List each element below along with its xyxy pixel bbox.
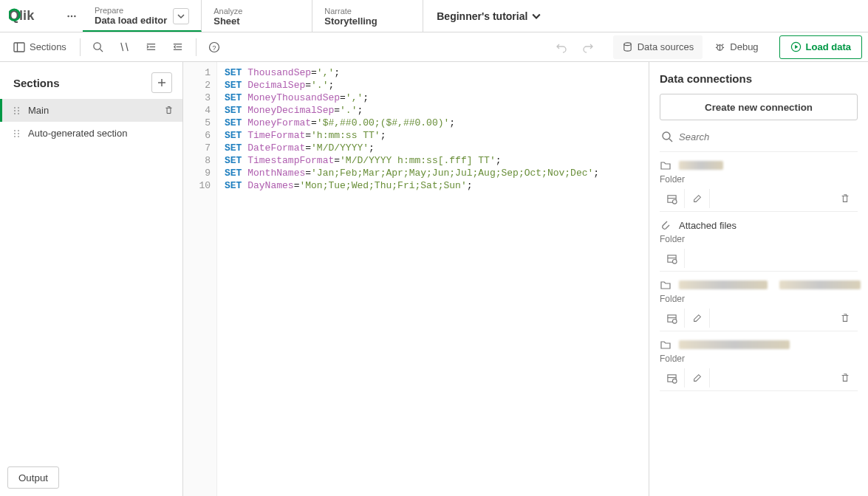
- nav-tab-narrate[interactable]: Narrate Storytelling: [312, 0, 423, 32]
- svg-point-48: [672, 259, 677, 264]
- edit-connection-button[interactable]: [685, 368, 710, 388]
- nav-tab-top: Narrate: [324, 7, 377, 16]
- delete-connection-button[interactable]: [833, 309, 858, 328]
- select-data-button[interactable]: [660, 189, 685, 208]
- data-sources-button[interactable]: Data sources: [613, 35, 703, 59]
- outdent-button[interactable]: [166, 37, 190, 58]
- connection-search-input[interactable]: [679, 131, 856, 142]
- sections-panel: Sections Main Auto-generated section Out…: [0, 62, 183, 496]
- svg-point-33: [18, 110, 19, 111]
- sections-panel-toggle[interactable]: Sections: [6, 37, 74, 58]
- svg-point-40: [18, 136, 19, 137]
- add-section-button[interactable]: [151, 72, 172, 93]
- connection-title-redacted: [679, 280, 768, 289]
- folder-icon: [660, 279, 671, 291]
- comment-button[interactable]: [113, 37, 137, 58]
- create-connection-button[interactable]: Create new connection: [660, 94, 858, 120]
- undo-icon: [556, 41, 567, 53]
- indent-button[interactable]: [140, 37, 163, 58]
- svg-point-31: [14, 113, 16, 114]
- connections-panel: Data connections Create new connection F…: [649, 62, 868, 496]
- svg-point-29: [14, 107, 16, 108]
- load-data-button[interactable]: Load data: [779, 35, 862, 59]
- section-item-auto[interactable]: Auto-generated section: [0, 122, 182, 145]
- nav-tab-bot: Sheet: [213, 16, 242, 27]
- folder-icon: [660, 339, 671, 351]
- nav-tab-analyze[interactable]: Analyze Sheet: [202, 0, 312, 32]
- select-data-button[interactable]: [660, 249, 685, 268]
- svg-line-25: [722, 44, 724, 46]
- more-menu-icon[interactable]: [61, 0, 83, 32]
- svg-point-37: [14, 136, 16, 137]
- data-sources-label: Data sources: [638, 41, 694, 52]
- svg-text:?: ?: [212, 44, 216, 52]
- svg-point-39: [18, 133, 19, 134]
- svg-rect-5: [14, 43, 24, 52]
- bug-icon: [714, 41, 725, 52]
- comment-icon: [119, 41, 130, 52]
- svg-point-19: [624, 43, 631, 46]
- undo-button[interactable]: [550, 37, 573, 58]
- svg-line-10: [126, 43, 129, 51]
- debug-button[interactable]: Debug: [705, 35, 767, 59]
- play-icon: [790, 41, 802, 52]
- connection-subtype: Folder: [660, 294, 858, 304]
- debug-label: Debug: [730, 41, 758, 52]
- chevron-down-icon[interactable]: [173, 8, 189, 24]
- svg-point-41: [663, 132, 670, 140]
- connection-title: Attached files: [679, 220, 737, 231]
- divider: [196, 38, 197, 56]
- connection-title-redacted: [679, 161, 723, 170]
- redo-icon: [582, 41, 594, 53]
- edit-connection-button[interactable]: [685, 189, 710, 208]
- svg-point-7: [94, 43, 100, 49]
- delete-section-button[interactable]: [164, 106, 174, 115]
- select-data-button[interactable]: [660, 368, 685, 388]
- nav-tab-bot: Storytelling: [324, 16, 377, 27]
- plus-icon: [157, 78, 166, 87]
- search-icon: [661, 131, 673, 142]
- output-button[interactable]: Output: [7, 466, 59, 489]
- svg-point-32: [18, 107, 19, 108]
- folder-icon: [660, 159, 671, 171]
- svg-line-42: [669, 139, 672, 142]
- code-area[interactable]: SET ThousandSep=',';SET DecimalSep='.';S…: [217, 62, 649, 496]
- app-title-text: Beginner's tutorial: [437, 10, 527, 22]
- svg-point-34: [18, 113, 19, 114]
- app-title-dropdown[interactable]: Beginner's tutorial: [423, 0, 554, 32]
- delete-connection-button[interactable]: [833, 189, 858, 208]
- divider: [80, 38, 81, 56]
- main-area: Sections Main Auto-generated section Out…: [0, 62, 868, 496]
- help-button[interactable]: ?: [202, 37, 226, 58]
- svg-line-9: [121, 43, 123, 51]
- drag-handle-icon[interactable]: [13, 106, 21, 115]
- edit-connection-button[interactable]: [685, 309, 710, 328]
- chevron-down-icon: [532, 12, 541, 21]
- editor-toolbar: Sections ? Data sources Debug Load data: [0, 32, 868, 62]
- nav-tab-bot: Data load editor: [95, 15, 167, 26]
- section-label: Auto-generated section: [28, 128, 127, 139]
- nav-tab-prepare[interactable]: Prepare Data load editor: [83, 0, 202, 32]
- search-button[interactable]: [86, 37, 110, 58]
- svg-point-3: [71, 15, 72, 16]
- datasource-icon: [622, 41, 633, 52]
- script-editor[interactable]: 12345678910 SET ThousandSep=',';SET Deci…: [183, 62, 649, 496]
- svg-point-38: [18, 130, 19, 131]
- delete-connection-button[interactable]: [833, 368, 858, 388]
- svg-line-8: [100, 49, 103, 52]
- svg-point-36: [14, 133, 16, 134]
- section-item-main[interactable]: Main: [0, 99, 182, 122]
- connection-item: Attached filesFolder: [660, 212, 858, 272]
- select-data-button[interactable]: [660, 309, 685, 328]
- connection-search[interactable]: [660, 128, 858, 152]
- panel-icon: [13, 41, 25, 53]
- redo-button[interactable]: [576, 37, 600, 58]
- drag-handle-icon[interactable]: [13, 129, 21, 138]
- line-gutter: 12345678910: [183, 62, 217, 496]
- connection-subtype: Folder: [660, 234, 858, 244]
- svg-point-45: [672, 199, 677, 204]
- connection-title-redacted: [679, 340, 790, 349]
- nav-tab-top: Prepare: [95, 6, 167, 15]
- top-bar: Qlik Prepare Data load editor Analyze Sh…: [0, 0, 868, 32]
- sections-toggle-label: Sections: [30, 41, 66, 52]
